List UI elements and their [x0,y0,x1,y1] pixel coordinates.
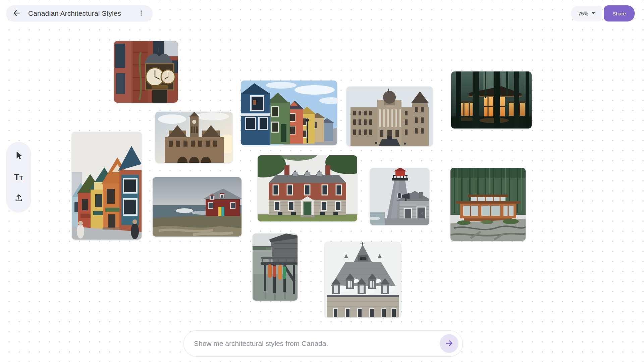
upload-icon [14,193,23,204]
prompt-input[interactable] [194,340,440,348]
canvas-image-parliament-building[interactable] [346,87,433,146]
prompt-bar [183,330,463,357]
canvas-image-civic-chateau[interactable] [155,112,232,163]
cursor-icon [14,150,24,161]
back-button[interactable] [11,8,22,19]
zoom-level: 75% [578,11,588,16]
share-button[interactable]: Share [604,5,635,21]
canvas-image-jellybean-row[interactable] [241,81,337,145]
arrow-left-icon [12,9,21,18]
project-title: Canadian Architectural Styles [28,9,130,17]
canvas-image-steam-clock[interactable] [114,41,178,103]
canvas-image-forest-cabin-dusk[interactable] [451,71,532,128]
zoom-dropdown[interactable]: 75% [571,6,602,21]
project-header: Canadian Architectural Styles [6,5,153,21]
select-tool-button[interactable] [11,149,26,163]
text-icon: Tt [14,173,23,182]
canvas-toolbar: Tt [6,142,31,212]
canvas-image-wharf-shed[interactable] [253,234,298,301]
canvas-image-victorian-row-houses[interactable] [72,132,142,240]
kebab-menu-icon [138,9,145,18]
canvas-image-chateau-snow-roof[interactable] [325,242,401,317]
topbar-right: 75% Share [571,5,635,21]
upload-tool-button[interactable] [11,191,26,206]
chevron-down-icon [591,11,596,16]
project-menu-button[interactable] [136,8,147,19]
canvas-image-coastal-modern-cabin[interactable] [450,168,526,241]
canvas-image-lighthouse[interactable] [370,168,429,225]
send-button[interactable] [440,334,459,353]
canvas-image-georgian-mansion[interactable] [258,155,357,221]
text-tool-button[interactable]: Tt [11,170,26,185]
canvas-image-red-saltbox-house[interactable] [153,177,241,237]
arrow-right-icon [445,339,453,349]
